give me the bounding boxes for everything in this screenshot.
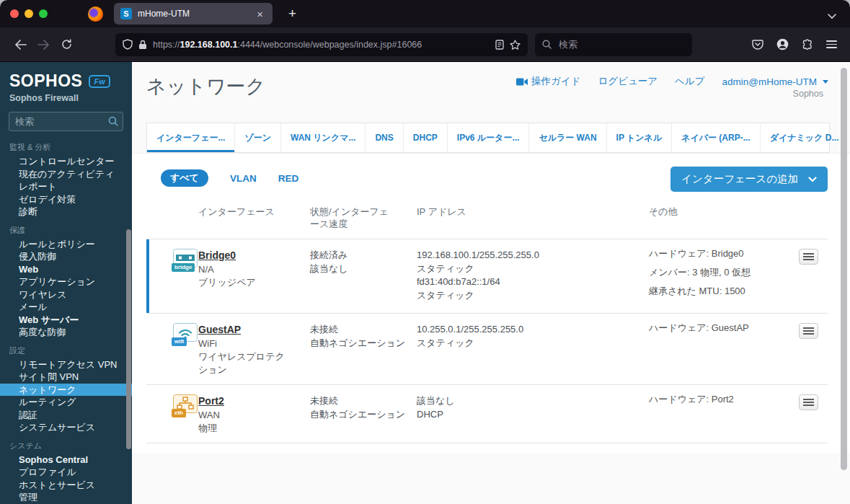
menu-hamburger-icon[interactable] bbox=[826, 40, 837, 48]
guide-link[interactable]: 操作ガイド bbox=[516, 75, 580, 88]
other-line: ハードウェア: GuestAP bbox=[649, 323, 799, 333]
sidebar-scrollbar[interactable] bbox=[126, 229, 131, 449]
add-interface-button[interactable]: インターフェースの追加 bbox=[670, 167, 828, 192]
close-window-button[interactable] bbox=[10, 9, 19, 18]
bookmark-star-icon[interactable] bbox=[510, 40, 521, 50]
row-menu-button[interactable] bbox=[799, 323, 818, 339]
url-text: https://192.168.100.1:4444/webconsole/we… bbox=[153, 40, 490, 50]
chevron-down-icon bbox=[808, 177, 817, 182]
browser-toolbar: https://192.168.100.1:4444/webconsole/we… bbox=[0, 27, 850, 62]
brand-label: Sophos bbox=[793, 89, 823, 99]
back-button[interactable] bbox=[9, 33, 32, 56]
col-interface: インターフェース bbox=[198, 205, 310, 230]
tab-dynamic-dns[interactable]: ダイナミック D... bbox=[761, 123, 849, 152]
ip-line: 10.255.0.1/255.255.255.0 bbox=[417, 323, 643, 337]
sidebar-item-remote-access-vpn[interactable]: リモートアクセス VPN bbox=[0, 358, 132, 371]
interface-link[interactable]: Bridge0 bbox=[198, 249, 236, 261]
sidebar-item-applications[interactable]: アプリケーション bbox=[0, 275, 132, 288]
list-all-tabs-chevron-icon[interactable] bbox=[827, 9, 837, 22]
log-viewer-link[interactable]: ログビューア bbox=[598, 75, 658, 88]
sidebar-search-input[interactable] bbox=[9, 112, 123, 131]
extensions-puzzle-icon[interactable] bbox=[802, 39, 813, 50]
reader-view-icon[interactable] bbox=[495, 40, 504, 50]
fw-badge: Fw bbox=[89, 75, 110, 88]
col-other: その他 bbox=[649, 205, 799, 230]
pocket-icon[interactable] bbox=[752, 39, 763, 50]
tab-wan-link-manager[interactable]: WAN リンクマ... bbox=[281, 123, 366, 152]
sidebar-item-reports[interactable]: レポート bbox=[0, 180, 132, 193]
sidebar-item-authentication[interactable]: 認証 bbox=[0, 409, 132, 422]
sidebar-item-site-to-site-vpn[interactable]: サイト間 VPN bbox=[0, 371, 132, 384]
sidebar-item-network[interactable]: ネットワーク bbox=[0, 384, 132, 397]
minimize-window-button[interactable] bbox=[25, 9, 33, 18]
row-menu-button[interactable] bbox=[799, 394, 818, 410]
tab-interfaces[interactable]: インターフェー... bbox=[147, 123, 235, 152]
tab-ipv6-router[interactable]: IPv6 ルーター... bbox=[448, 123, 530, 152]
eth-badge: eth bbox=[172, 409, 186, 417]
sidebar-item-intrusion-prevention[interactable]: 侵入防御 bbox=[0, 250, 132, 263]
sidebar-item-hosts-services[interactable]: ホストとサービス bbox=[0, 479, 132, 492]
sidebar-item-web-server[interactable]: Web サーバー bbox=[0, 314, 132, 327]
sidebar-item-sophos-central[interactable]: Sophos Central bbox=[0, 454, 132, 467]
sidebar-item-web[interactable]: Web bbox=[0, 263, 132, 276]
sidebar-item-diagnostics[interactable]: 診断 bbox=[0, 205, 132, 218]
filter-all[interactable]: すべて bbox=[161, 169, 208, 187]
chevron-down-icon bbox=[823, 80, 828, 84]
interfaces-table: インターフェース 状態/インターフェース速度 IP アドレス その他 bbox=[146, 197, 828, 443]
account-icon[interactable] bbox=[776, 38, 789, 50]
sidebar-item-advanced-protection[interactable]: 高度な防御 bbox=[0, 326, 132, 339]
sidebar-item-wireless[interactable]: ワイヤレス bbox=[0, 288, 132, 301]
tab-dns[interactable]: DNS bbox=[366, 123, 403, 152]
sidebar-item-control-center[interactable]: コントロールセンター bbox=[0, 155, 132, 168]
sidebar-item-rules-policies[interactable]: ルールとポリシー bbox=[0, 238, 132, 251]
browser-tab-title: mHome-UTM bbox=[138, 9, 254, 19]
nav-section-configure: 設定 bbox=[0, 339, 132, 358]
reload-button[interactable] bbox=[55, 33, 78, 56]
sidebar-item-profiles[interactable]: プロファイル bbox=[0, 466, 132, 479]
sidebar-item-zero-day-protection[interactable]: ゼロデイ対策 bbox=[0, 193, 132, 206]
browser-search-input[interactable] bbox=[557, 38, 665, 50]
tab-close-icon[interactable]: × bbox=[254, 7, 266, 21]
ip-line: DHCP bbox=[417, 408, 643, 422]
sidebar-item-routing[interactable]: ルーティング bbox=[0, 396, 132, 409]
filter-red[interactable]: RED bbox=[278, 173, 299, 184]
url-bar[interactable]: https://192.168.100.1:4444/webconsole/we… bbox=[115, 33, 528, 56]
other-line: 継承された MTU: 1500 bbox=[649, 286, 799, 296]
filter-vlan[interactable]: VLAN bbox=[230, 173, 257, 184]
sidebar-item-system-services[interactable]: システムサービス bbox=[0, 421, 132, 434]
nav-section-monitor: 監視 & 分析 bbox=[0, 136, 132, 155]
tab-ip-tunnels[interactable]: IP トンネル bbox=[607, 123, 673, 152]
sidebar-item-email[interactable]: メール bbox=[0, 301, 132, 314]
interface-link[interactable]: Port2 bbox=[198, 395, 224, 407]
tab-zones[interactable]: ゾーン bbox=[235, 123, 281, 152]
video-camera-icon bbox=[516, 78, 528, 86]
browser-search-bar[interactable] bbox=[535, 33, 692, 56]
lock-icon[interactable] bbox=[138, 40, 147, 50]
ip-line: 該当なし bbox=[417, 394, 643, 408]
sidebar-search-icon[interactable] bbox=[108, 116, 118, 126]
tab-neighbors-arp[interactable]: ネイバー (ARP-... bbox=[672, 123, 761, 152]
status-line: 自動ネゴシエーション bbox=[310, 337, 411, 350]
forward-button[interactable] bbox=[32, 33, 55, 56]
row-menu-button[interactable] bbox=[799, 249, 818, 265]
interface-link[interactable]: GuestAP bbox=[198, 324, 241, 335]
help-link[interactable]: ヘルプ bbox=[675, 75, 704, 88]
sidebar-item-current-activities[interactable]: 現在のアクティビティ bbox=[0, 168, 132, 181]
sidebar-item-administration[interactable]: 管理 bbox=[0, 491, 132, 504]
zoom-window-button[interactable] bbox=[39, 9, 48, 18]
tab-dhcp[interactable]: DHCP bbox=[404, 123, 448, 152]
browser-tab-active[interactable]: S mHome-UTM × bbox=[114, 3, 273, 25]
search-icon bbox=[542, 40, 552, 49]
new-tab-button[interactable]: + bbox=[284, 6, 301, 22]
page-scrollbar[interactable] bbox=[841, 68, 847, 470]
wifi-badge: wifi bbox=[172, 337, 187, 346]
firefox-icon[interactable] bbox=[88, 6, 103, 22]
status-line: 未接続 bbox=[310, 394, 411, 408]
table-row-guestap: wifi GuestAP WiFi ワイヤレスプロテクション 未接続 自動ネゴシ… bbox=[146, 314, 828, 385]
interface-type: N/A bbox=[198, 263, 292, 276]
user-menu[interactable]: admin@mHome-UTM bbox=[722, 76, 828, 87]
interface-type: ブリッジペア bbox=[198, 276, 292, 289]
tab-cellular-wan[interactable]: セルラー WAN bbox=[529, 123, 606, 152]
sophos-favicon-icon: S bbox=[120, 8, 132, 19]
tracking-shield-icon[interactable] bbox=[123, 39, 133, 50]
